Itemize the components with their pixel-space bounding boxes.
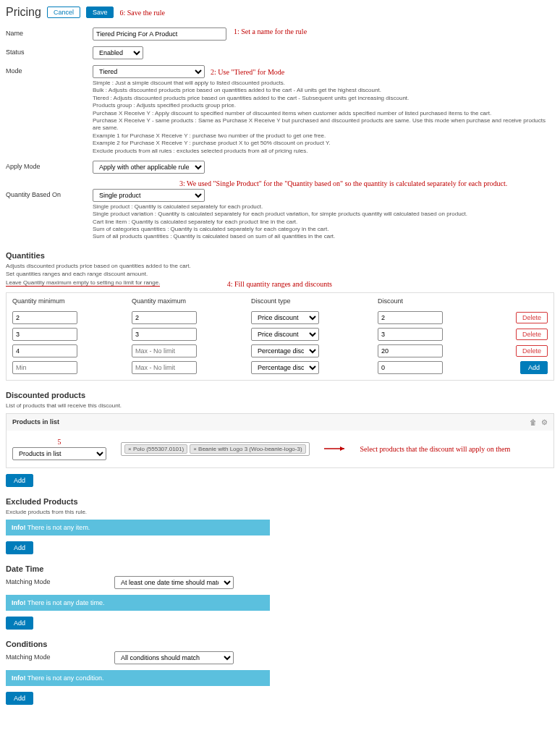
product-tags[interactable]: × Polo (555307.0101) × Beanie with Logo … <box>121 442 310 456</box>
delete-row-button[interactable]: Delete <box>516 345 548 357</box>
conditions-info: Info! There is not any condition. <box>6 670 270 686</box>
add-excluded-button[interactable]: Add <box>6 541 33 554</box>
mode-label: Mode <box>6 65 85 75</box>
products-panel-title: Products in list <box>12 418 525 425</box>
annotation-3: 3: We used "Single Product" for the "Qua… <box>179 179 554 187</box>
annotation-products: Select products that the discount will a… <box>360 445 511 453</box>
qty-min-input[interactable] <box>12 361 77 374</box>
conditions-match-row: Matching Mode All conditions should matc… <box>6 651 554 664</box>
applymode-row: Apply Mode Apply with other applicable r… <box>6 161 554 174</box>
applymode-label: Apply Mode <box>6 161 85 170</box>
qbasedon-label: Quantity Based On <box>6 189 85 198</box>
page-title: Pricing <box>6 6 41 19</box>
annotation-6: 6: Save the rule <box>119 9 164 17</box>
status-row: Status Enabled <box>6 46 554 59</box>
quantities-table: Quantity minimum Quantity maximum Discou… <box>6 292 554 381</box>
add-row-button[interactable]: Add <box>520 361 548 374</box>
discount-input[interactable] <box>378 361 443 374</box>
status-label: Status <box>6 46 85 56</box>
qty-max-input[interactable] <box>132 344 197 357</box>
name-row: Name 1: Set a name for the rule <box>6 27 554 41</box>
col-max-header: Quantity maximum <box>132 297 251 305</box>
qty-max-input[interactable] <box>132 361 197 374</box>
excluded-title: Excluded Products <box>6 497 554 506</box>
name-input[interactable] <box>93 27 226 41</box>
annotation-5: 5 <box>58 438 61 446</box>
datetime-match-label: Matching Mode <box>6 576 107 585</box>
delete-row-button[interactable]: Delete <box>516 329 548 340</box>
discount-type-select[interactable]: Price discount <box>251 328 319 341</box>
discount-input[interactable] <box>378 344 443 357</box>
datetime-title: Date Time <box>6 564 554 573</box>
status-select[interactable]: Enabled <box>93 46 143 59</box>
qty-max-input[interactable] <box>132 311 197 324</box>
page-header: Pricing Cancel Save 6: Save the rule <box>6 6 554 19</box>
discounted-help: List of products that will receive this … <box>6 402 554 409</box>
quantities-help-1: Set quantities ranges and each range dis… <box>6 271 191 277</box>
quantities-title: Quantities <box>6 251 554 260</box>
discount-type-select[interactable]: Percentage discount <box>251 361 319 374</box>
products-condition-select[interactable]: Products in list <box>12 447 106 460</box>
qty-min-input[interactable] <box>12 344 77 357</box>
save-button[interactable]: Save <box>86 7 114 18</box>
table-row: Price discountDelete <box>12 328 548 341</box>
name-label: Name <box>6 27 85 37</box>
qbasedon-select[interactable]: Single product <box>93 189 205 202</box>
product-tag[interactable]: × Beanie with Logo 3 (Woo-beanie-logo-3) <box>190 444 305 454</box>
qbasedon-row: Quantity Based On Single product Single … <box>6 189 554 241</box>
table-row: Percentage discountAdd <box>12 361 548 374</box>
qbasedon-help: Single product : Quantity is calculated … <box>93 203 554 241</box>
qty-max-input[interactable] <box>132 328 197 341</box>
qty-min-input[interactable] <box>12 311 77 324</box>
conditions-match-select[interactable]: All conditions should match <box>114 651 234 664</box>
delete-row-button[interactable]: Delete <box>516 312 548 323</box>
gear-icon[interactable]: ⚙ <box>541 418 548 426</box>
table-row: Percentage discountDelete <box>12 344 548 357</box>
discounted-title: Discounted products <box>6 391 554 399</box>
quantities-help-2: Leave Quantity maximum empty to setting … <box>6 279 160 287</box>
datetime-info: Info! There is not any date time. <box>6 595 270 611</box>
excluded-help: Exclude products from this rule. <box>6 509 554 515</box>
annotation-1: 1: Set a name for the rule <box>234 27 307 35</box>
datetime-match-row: Matching Mode At least one date time sho… <box>6 576 554 589</box>
col-disc-header: Discount <box>378 297 504 305</box>
add-conditions-button[interactable]: Add <box>6 692 33 705</box>
discount-input[interactable] <box>378 311 443 324</box>
mode-row: Mode Tiered 2: Use "Tiered" for Mode Sim… <box>6 65 554 155</box>
annotation-2: 2: Use "Tiered" for Mode <box>211 68 284 76</box>
table-row: Price discountDelete <box>12 311 548 324</box>
product-tag[interactable]: × Polo (555307.0101) <box>124 444 187 454</box>
applymode-select[interactable]: Apply with other applicable rules <box>93 161 205 174</box>
mode-select[interactable]: Tiered <box>93 65 205 78</box>
add-datetime-button[interactable]: Add <box>6 617 33 630</box>
cancel-button[interactable]: Cancel <box>47 7 80 18</box>
conditions-title: Conditions <box>6 640 554 648</box>
discount-type-select[interactable]: Percentage discount <box>251 344 319 357</box>
col-min-header: Quantity minimum <box>12 297 132 305</box>
arrow-icon <box>324 445 346 452</box>
qty-min-input[interactable] <box>12 328 77 341</box>
add-discounted-button[interactable]: Add <box>6 474 33 487</box>
discount-input[interactable] <box>378 328 443 341</box>
products-panel: Products in list 🗑 ⚙ 5 Products in list … <box>6 413 554 468</box>
mode-help: Simple : Just a simple discount that wil… <box>93 80 554 155</box>
conditions-match-label: Matching Mode <box>6 651 107 661</box>
quantities-help-0: Adjusts discounted products price based … <box>6 263 191 269</box>
discount-type-select[interactable]: Price discount <box>251 311 319 324</box>
datetime-match-select[interactable]: At least one date time should match <box>114 576 234 589</box>
svg-marker-1 <box>340 446 344 451</box>
col-type-header: Discount type <box>251 297 378 305</box>
trash-icon[interactable]: 🗑 <box>530 418 537 426</box>
excluded-info: Info! There is not any item. <box>6 520 270 535</box>
annotation-4: 4: Fill quantity ranges and discounts <box>227 280 332 288</box>
